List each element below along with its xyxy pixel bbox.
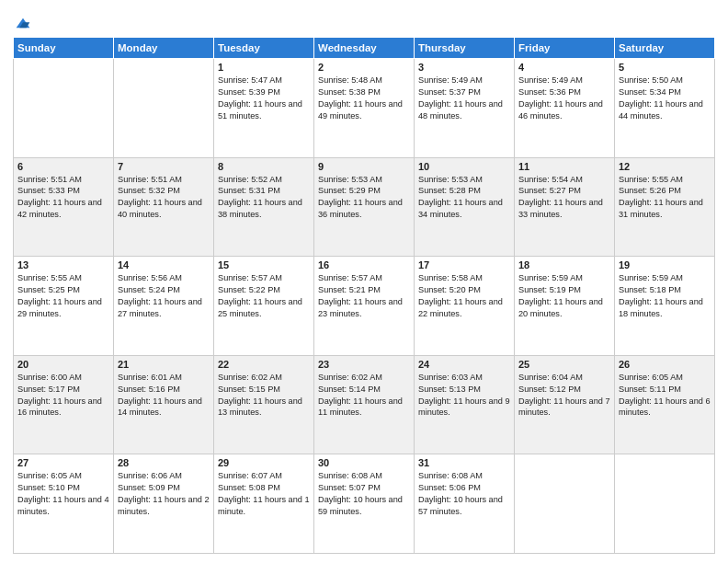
day-number: 10 [418, 161, 510, 172]
calendar-day-cell: 10Sunrise: 5:53 AM Sunset: 5:28 PM Dayli… [415, 157, 515, 257]
day-of-week-header: Saturday [615, 38, 715, 59]
day-info: Sunrise: 5:47 AM Sunset: 5:39 PM Dayligh… [218, 75, 310, 122]
calendar-day-cell: 14Sunrise: 5:56 AM Sunset: 5:24 PM Dayli… [114, 257, 214, 356]
calendar-day-cell: 21Sunrise: 6:01 AM Sunset: 5:16 PM Dayli… [114, 355, 214, 454]
page: SundayMondayTuesdayWednesdayThursdayFrid… [0, 0, 728, 563]
day-info: Sunrise: 5:53 AM Sunset: 5:29 PM Dayligh… [318, 174, 410, 222]
calendar-day-cell: 12Sunrise: 5:55 AM Sunset: 5:26 PM Dayli… [615, 157, 715, 257]
calendar-day-cell [14, 59, 114, 158]
day-of-week-header: Tuesday [214, 38, 314, 59]
day-number: 11 [518, 161, 610, 172]
calendar-day-cell: 18Sunrise: 5:59 AM Sunset: 5:19 PM Dayli… [515, 257, 615, 356]
calendar-day-cell [114, 59, 214, 158]
day-number: 3 [418, 62, 510, 73]
day-info: Sunrise: 6:02 AM Sunset: 5:15 PM Dayligh… [218, 372, 310, 419]
calendar-day-cell: 8Sunrise: 5:52 AM Sunset: 5:31 PM Daylig… [214, 157, 314, 257]
day-info: Sunrise: 5:51 AM Sunset: 5:32 PM Dayligh… [118, 174, 210, 222]
calendar-day-cell: 1Sunrise: 5:47 AM Sunset: 5:39 PM Daylig… [214, 59, 314, 158]
calendar-day-cell: 30Sunrise: 6:08 AM Sunset: 5:07 PM Dayli… [314, 454, 415, 554]
day-number: 28 [118, 457, 210, 468]
day-of-week-header: Thursday [415, 38, 515, 59]
day-of-week-header: Monday [114, 38, 214, 59]
calendar-day-cell: 11Sunrise: 5:54 AM Sunset: 5:27 PM Dayli… [515, 157, 615, 257]
calendar-day-cell: 25Sunrise: 6:04 AM Sunset: 5:12 PM Dayli… [515, 355, 615, 454]
calendar-table: SundayMondayTuesdayWednesdayThursdayFrid… [13, 37, 715, 554]
calendar-day-cell: 29Sunrise: 6:07 AM Sunset: 5:08 PM Dayli… [214, 454, 314, 554]
day-info: Sunrise: 5:54 AM Sunset: 5:27 PM Dayligh… [518, 174, 610, 222]
calendar-week-row: 13Sunrise: 5:55 AM Sunset: 5:25 PM Dayli… [14, 257, 715, 356]
day-info: Sunrise: 5:52 AM Sunset: 5:31 PM Dayligh… [218, 174, 310, 222]
calendar-day-cell: 7Sunrise: 5:51 AM Sunset: 5:32 PM Daylig… [114, 157, 214, 257]
calendar-day-cell: 20Sunrise: 6:00 AM Sunset: 5:17 PM Dayli… [14, 355, 114, 454]
calendar-day-cell: 23Sunrise: 6:02 AM Sunset: 5:14 PM Dayli… [314, 355, 415, 454]
day-info: Sunrise: 6:01 AM Sunset: 5:16 PM Dayligh… [118, 372, 210, 419]
day-number: 22 [218, 359, 310, 370]
day-number: 12 [619, 161, 711, 172]
calendar-day-cell: 3Sunrise: 5:49 AM Sunset: 5:37 PM Daylig… [415, 59, 515, 158]
day-of-week-header: Sunday [14, 38, 114, 59]
day-number: 30 [318, 457, 410, 468]
day-info: Sunrise: 6:07 AM Sunset: 5:08 PM Dayligh… [218, 470, 310, 518]
calendar-header-row: SundayMondayTuesdayWednesdayThursdayFrid… [14, 38, 715, 59]
day-number: 8 [218, 161, 310, 172]
day-number: 2 [318, 62, 410, 73]
day-number: 4 [518, 62, 610, 73]
day-number: 29 [218, 457, 310, 468]
day-info: Sunrise: 5:49 AM Sunset: 5:37 PM Dayligh… [418, 75, 510, 122]
logo [13, 13, 33, 29]
day-number: 15 [218, 259, 310, 270]
day-info: Sunrise: 5:48 AM Sunset: 5:38 PM Dayligh… [318, 75, 410, 122]
day-number: 23 [318, 359, 410, 370]
day-info: Sunrise: 5:58 AM Sunset: 5:20 PM Dayligh… [418, 272, 510, 320]
day-number: 9 [318, 161, 410, 172]
day-info: Sunrise: 5:57 AM Sunset: 5:21 PM Dayligh… [318, 272, 410, 320]
calendar-day-cell: 15Sunrise: 5:57 AM Sunset: 5:22 PM Dayli… [214, 257, 314, 356]
day-info: Sunrise: 5:53 AM Sunset: 5:28 PM Dayligh… [418, 174, 510, 222]
calendar-week-row: 6Sunrise: 5:51 AM Sunset: 5:33 PM Daylig… [14, 157, 715, 257]
calendar-day-cell: 13Sunrise: 5:55 AM Sunset: 5:25 PM Dayli… [14, 257, 114, 356]
calendar-day-cell: 19Sunrise: 5:59 AM Sunset: 5:18 PM Dayli… [615, 257, 715, 356]
day-info: Sunrise: 5:51 AM Sunset: 5:33 PM Dayligh… [17, 174, 109, 222]
calendar-day-cell: 4Sunrise: 5:49 AM Sunset: 5:36 PM Daylig… [515, 59, 615, 158]
day-info: Sunrise: 6:08 AM Sunset: 5:07 PM Dayligh… [318, 470, 410, 518]
day-number: 5 [619, 62, 711, 73]
day-number: 20 [17, 359, 109, 370]
header [13, 9, 715, 29]
calendar-week-row: 20Sunrise: 6:00 AM Sunset: 5:17 PM Dayli… [14, 355, 715, 454]
day-info: Sunrise: 6:02 AM Sunset: 5:14 PM Dayligh… [318, 372, 410, 419]
day-number: 18 [518, 259, 610, 270]
calendar-day-cell: 9Sunrise: 5:53 AM Sunset: 5:29 PM Daylig… [314, 157, 415, 257]
day-info: Sunrise: 6:00 AM Sunset: 5:17 PM Dayligh… [17, 372, 109, 419]
day-number: 16 [318, 259, 410, 270]
calendar-day-cell: 24Sunrise: 6:03 AM Sunset: 5:13 PM Dayli… [415, 355, 515, 454]
day-of-week-header: Friday [515, 38, 615, 59]
day-number: 19 [619, 259, 711, 270]
day-info: Sunrise: 5:56 AM Sunset: 5:24 PM Dayligh… [118, 272, 210, 320]
day-info: Sunrise: 6:06 AM Sunset: 5:09 PM Dayligh… [118, 470, 210, 518]
day-info: Sunrise: 5:59 AM Sunset: 5:19 PM Dayligh… [518, 272, 610, 320]
day-number: 31 [418, 457, 510, 468]
day-of-week-header: Wednesday [314, 38, 415, 59]
day-info: Sunrise: 5:57 AM Sunset: 5:22 PM Dayligh… [218, 272, 310, 320]
day-info: Sunrise: 5:49 AM Sunset: 5:36 PM Dayligh… [518, 75, 610, 122]
day-info: Sunrise: 5:50 AM Sunset: 5:34 PM Dayligh… [619, 75, 711, 122]
day-info: Sunrise: 6:03 AM Sunset: 5:13 PM Dayligh… [418, 372, 510, 419]
day-number: 25 [518, 359, 610, 370]
day-info: Sunrise: 6:05 AM Sunset: 5:10 PM Dayligh… [17, 470, 109, 518]
calendar-day-cell [615, 454, 715, 554]
day-number: 27 [17, 457, 109, 468]
day-info: Sunrise: 6:05 AM Sunset: 5:11 PM Dayligh… [619, 372, 711, 419]
calendar-day-cell: 2Sunrise: 5:48 AM Sunset: 5:38 PM Daylig… [314, 59, 415, 158]
day-number: 14 [118, 259, 210, 270]
calendar-day-cell: 5Sunrise: 5:50 AM Sunset: 5:34 PM Daylig… [615, 59, 715, 158]
day-number: 13 [17, 259, 109, 270]
day-number: 24 [418, 359, 510, 370]
day-number: 1 [218, 62, 310, 73]
calendar-day-cell: 22Sunrise: 6:02 AM Sunset: 5:15 PM Dayli… [214, 355, 314, 454]
day-info: Sunrise: 5:55 AM Sunset: 5:25 PM Dayligh… [17, 272, 109, 320]
day-info: Sunrise: 5:55 AM Sunset: 5:26 PM Dayligh… [619, 174, 711, 222]
day-info: Sunrise: 6:04 AM Sunset: 5:12 PM Dayligh… [518, 372, 610, 419]
day-number: 17 [418, 259, 510, 270]
logo-icon [13, 13, 33, 33]
day-number: 21 [118, 359, 210, 370]
